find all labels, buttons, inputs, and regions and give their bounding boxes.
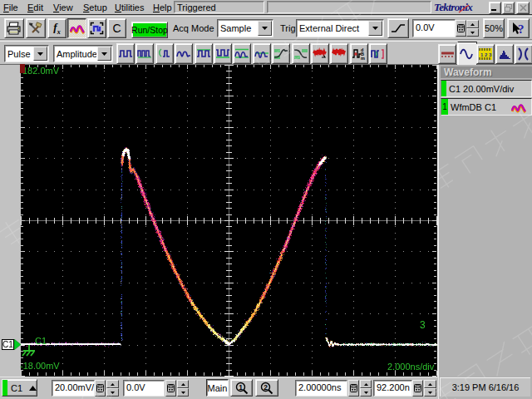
horizontal-position-spinner (424, 380, 436, 397)
vertical-offset-spinner (177, 380, 189, 397)
restore-button[interactable] (502, 2, 515, 14)
menu-edit[interactable]: Edit (27, 2, 43, 13)
vertical-scale-field[interactable]: 20.00mV/ (52, 380, 95, 397)
sidebar-panel: Waveform C1 20.00mV/div 1 WfmDB C1 3:19 … (439, 65, 532, 399)
context-help-button[interactable]: ? (507, 18, 530, 38)
menu-view[interactable]: View (53, 2, 73, 13)
mask-tab[interactable] (515, 44, 532, 64)
print-button[interactable] (4, 18, 24, 38)
meas-gain-icon (157, 47, 172, 61)
spinner-up-button[interactable] (360, 380, 372, 388)
meas-gain-button[interactable] (155, 43, 174, 64)
menu-help[interactable]: Help (153, 2, 172, 13)
meas-type-arrow[interactable] (97, 47, 111, 61)
trig-source-arrow[interactable] (368, 21, 382, 36)
acq-mode-arrow[interactable] (258, 21, 272, 36)
horizontal-position-value: 92.200n (377, 382, 410, 392)
menu-file[interactable]: File (3, 2, 18, 13)
channel-row[interactable]: C1 20.00mV/div (441, 80, 532, 97)
meas-maxmin-icon (234, 47, 249, 61)
svg-text:?: ? (518, 22, 525, 36)
horizontal-position-field[interactable]: 92.200n (373, 380, 412, 397)
meas-mid-icon (254, 47, 269, 61)
trigger-position-marker[interactable] (20, 64, 25, 73)
svg-text:1 2 3: 1 2 3 (480, 52, 492, 57)
meas-gated-button[interactable] (369, 43, 387, 64)
scope-display: 182.0mV -18.00mV 2.000ns/div C1 3 (21, 65, 437, 377)
spinner-up-button[interactable] (424, 380, 436, 388)
set-level-50-button[interactable]: 50% (483, 18, 505, 38)
measure-tab[interactable]: 1 2 3 (476, 44, 495, 64)
fx-button[interactable]: fx (47, 18, 66, 38)
spinner-up-button[interactable] (177, 380, 189, 388)
cursors-tab[interactable] (438, 44, 456, 64)
channel-marker-arrow (14, 339, 21, 350)
meas-mid-button[interactable] (253, 43, 271, 64)
meas-cycle-button[interactable] (135, 43, 154, 64)
vertical-offset-field[interactable]: 0.0V (123, 380, 165, 397)
cursors-tab-icon (440, 47, 455, 62)
spinner-down-button[interactable] (360, 388, 372, 397)
waveform-db-button[interactable] (67, 18, 86, 38)
meas-cycle-icon (137, 47, 152, 61)
menu-bar: File Edit View Setup Utilities Help Trig… (0, 0, 532, 15)
main-view-button[interactable]: Main (206, 379, 229, 397)
eye-pulse-button[interactable] (87, 18, 106, 38)
minimize-button[interactable] (489, 2, 501, 14)
meas-rise-button[interactable] (272, 43, 290, 64)
bottom-control-bar: C1 20.00mV/ 0.0V Main 1 2 2.00000ns 92.2… (0, 377, 438, 399)
meas-high-button[interactable] (195, 43, 213, 64)
measurement-toolbar: Pulse Amplitude dBm 1 2 3 (0, 41, 532, 65)
meas-rise-icon (273, 47, 288, 61)
trig-level-keypad-button[interactable] (456, 20, 466, 37)
meas-category-select[interactable]: Pulse (4, 45, 49, 62)
menu-setup[interactable]: Setup (83, 2, 107, 13)
main-view-label: Main (208, 383, 228, 393)
spinner-down-button[interactable] (177, 388, 189, 397)
histogram-tab[interactable] (495, 44, 514, 64)
timebase-keypad-button[interactable] (348, 380, 359, 397)
tools-button[interactable] (26, 18, 46, 38)
meas-dbm-button[interactable]: dBm (350, 43, 368, 64)
clear-button[interactable]: C (107, 18, 126, 38)
meas-bumps-button[interactable] (175, 43, 193, 64)
channel-select-stripe (2, 380, 7, 396)
waveform-tab[interactable] (457, 42, 477, 66)
horizontal-position-keypad-button[interactable] (412, 380, 423, 397)
zoom2-button[interactable]: 2 (255, 379, 278, 397)
wfmdb-row-stripe: 1 (441, 99, 448, 115)
zoom1-button[interactable]: 1 (230, 379, 253, 397)
meas-low-button[interactable] (214, 43, 232, 64)
spinner-down-button[interactable] (466, 28, 479, 37)
keypad-icon (167, 384, 175, 392)
vertical-offset-keypad-button[interactable] (165, 380, 176, 397)
meas-noise-button[interactable] (330, 43, 348, 64)
run-stop-button[interactable]: Run/Stop (131, 22, 168, 38)
channel-select-button[interactable]: C1 (2, 379, 37, 397)
wfmdb-row[interactable]: 1 WfmDB C1 (441, 98, 532, 116)
channel-marker[interactable]: C1 (2, 339, 14, 350)
spinner-up-button[interactable] (106, 380, 119, 388)
trig-slope-button[interactable] (387, 18, 409, 38)
acq-mode-select[interactable]: Sample (217, 19, 273, 37)
run-stop-label: Run/Stop (131, 25, 168, 35)
meas-type-select[interactable]: Amplitude (53, 45, 113, 62)
meas-low-icon (215, 47, 230, 61)
meas-maxmin-button[interactable] (233, 43, 251, 64)
spinner-down-button[interactable] (424, 388, 436, 397)
meas-fall-button[interactable] (292, 43, 310, 64)
trig-source-select[interactable]: External Direct (296, 19, 384, 37)
close-button[interactable] (516, 2, 530, 14)
timebase-field[interactable]: 2.00000ns (295, 380, 347, 397)
tools-icon (28, 22, 43, 35)
menu-utilities[interactable]: Utilities (115, 2, 144, 13)
meas-category-arrow[interactable] (33, 47, 47, 61)
meas-amplitude-button[interactable] (116, 43, 135, 64)
spinner-down-button[interactable] (106, 388, 119, 397)
eye-pulse-icon (90, 22, 104, 35)
meas-rms-button[interactable] (311, 43, 329, 64)
trig-level-field[interactable]: 0.0V (412, 19, 456, 37)
clock-text: 3:19 PM 6/16/16 (452, 382, 520, 392)
vertical-scale-keypad-button[interactable] (95, 380, 106, 397)
spinner-up-button[interactable] (466, 20, 479, 28)
